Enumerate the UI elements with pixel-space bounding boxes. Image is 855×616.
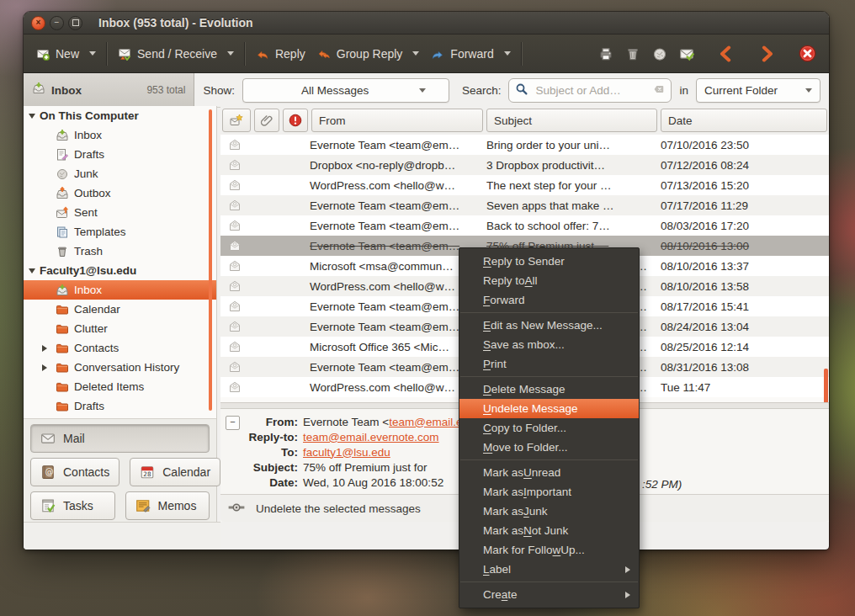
expander-right-icon[interactable] <box>42 364 47 371</box>
menu-item-reply-to-all[interactable]: Reply to All <box>459 271 639 290</box>
chevron-down-icon[interactable] <box>227 51 234 56</box>
forward-button[interactable]: Forward <box>425 42 516 66</box>
message-row[interactable]: WordPress.com <hello@w…The next step for… <box>220 175 829 195</box>
chevron-down-icon[interactable] <box>504 51 511 56</box>
read-icon <box>220 239 249 252</box>
cell-from: Microsoft Office 365 <Mic… <box>300 341 478 353</box>
new-button[interactable]: New <box>30 42 102 66</box>
junk-button[interactable] <box>646 41 673 66</box>
menu-item-delete-message[interactable]: Delete Message <box>459 380 639 399</box>
switcher-tasks-button[interactable]: Tasks <box>30 491 115 520</box>
cell-subject: Seven apps that make … <box>478 199 652 212</box>
attachment-column-header[interactable] <box>254 109 279 132</box>
collapse-headers-button[interactable]: − <box>226 416 240 430</box>
menu-item-mark-for-follow-up[interactable]: Mark for Follow Up... <box>459 540 639 560</box>
mark-read-button[interactable] <box>673 41 700 66</box>
column-label: Date <box>668 114 693 127</box>
menu-item-reply-to-sender[interactable]: Reply to Sender <box>459 252 639 271</box>
submenu-arrow-icon <box>625 592 630 598</box>
window-minimize-button[interactable]: − <box>50 16 64 30</box>
menu-item-create[interactable]: Create <box>459 585 639 604</box>
evolution-window: × − Inbox (953 total) - Evolution NewSen… <box>24 12 829 550</box>
menu-item-edit-as-new-message[interactable]: Edit as New Message... <box>459 316 639 335</box>
message-list-scrollbar[interactable] <box>824 369 828 404</box>
folder-label: Trash <box>74 245 103 258</box>
menu-item-mark-as-junk[interactable]: Mark as Junk <box>459 502 639 521</box>
subject-column-header[interactable]: Subject <box>486 109 657 132</box>
to-address-link[interactable]: faculty1@lsu.edu <box>303 446 390 459</box>
sidebar-item-conversation-history[interactable]: Conversation History <box>24 358 216 377</box>
switcher-mail-button[interactable]: Mail <box>30 424 210 453</box>
folder-pane-scrollbar[interactable] <box>209 109 212 411</box>
menu-item-mark-as-not-junk[interactable]: Mark as Not Junk <box>459 521 639 540</box>
outbox-icon <box>56 187 69 200</box>
reply-to-address-link[interactable]: team@email.evernote.com <box>303 431 439 443</box>
sidebar-item-inbox[interactable]: Inbox <box>24 280 216 300</box>
sidebar-item-outbox[interactable]: Outbox <box>24 183 216 203</box>
chevron-down-icon[interactable] <box>412 51 419 56</box>
message-row[interactable]: Dropbox <no-reply@dropb…3 Dropbox produc… <box>220 155 829 175</box>
status-text: Undelete the selected messages <box>256 502 421 515</box>
switcher-calendar-button[interactable]: 28Calendar <box>130 458 220 486</box>
cell-from: Evernote Team <team@em… <box>300 300 478 313</box>
message-row[interactable]: Evernote Team <team@em…Back to school of… <box>220 215 829 236</box>
expander-down-icon[interactable] <box>29 114 35 119</box>
message-filter-value: All Messages <box>301 84 369 97</box>
switcher-memos-button[interactable]: Memos <box>125 491 210 520</box>
menu-item-undelete-message[interactable]: Undelete Message <box>459 399 639 418</box>
back-button[interactable] <box>712 40 741 67</box>
important-col-icon <box>289 114 302 127</box>
sidebar-item-inbox[interactable]: Inbox <box>24 125 216 145</box>
from-column-header[interactable]: From <box>311 109 483 132</box>
sidebar-item-clutter[interactable]: Clutter <box>24 319 216 338</box>
expander-down-icon[interactable] <box>29 268 35 273</box>
window-maximize-button[interactable] <box>68 16 82 30</box>
search-input[interactable] <box>534 83 648 98</box>
sidebar-item-deleted-items[interactable]: Deleted Items <box>24 377 216 396</box>
switcher-contacts-button[interactable]: @Contacts <box>30 458 119 486</box>
sidebar-item-on-this-computer[interactable]: On This Computer <box>24 106 216 125</box>
date-column-header[interactable]: Date <box>661 109 827 132</box>
menu-item-print[interactable]: Print <box>459 354 639 374</box>
exit-button[interactable] <box>793 40 822 67</box>
menu-item-label[interactable]: Label <box>459 560 639 579</box>
window-close-button[interactable]: × <box>31 16 45 30</box>
menu-item-forward[interactable]: Forward <box>459 290 639 310</box>
chevron-down-icon[interactable] <box>89 51 96 56</box>
send-receive-button[interactable]: Send / Receive <box>112 42 240 66</box>
clear-search-icon[interactable] <box>653 83 665 98</box>
cell-from: Evernote Team <team@em… <box>300 139 478 151</box>
menu-item-mark-as-unread[interactable]: Mark as Unread <box>459 463 639 482</box>
sidebar-item-junk[interactable]: Junk <box>24 164 216 183</box>
group-reply-button[interactable]: Group Reply <box>311 42 426 66</box>
search-scope-dropdown[interactable]: Current Folder <box>696 78 820 103</box>
sidebar-item-calendar[interactable]: Calendar <box>24 300 216 319</box>
column-label: Subject <box>494 114 532 127</box>
sidebar-item-templates[interactable]: Templates <box>24 222 216 242</box>
message-row[interactable]: Evernote Team <team@em…Seven apps that m… <box>220 195 829 215</box>
sidebar-item-drafts[interactable]: Drafts <box>24 396 216 416</box>
forward-nav-button[interactable] <box>752 40 781 67</box>
forward-nav-icon <box>758 45 775 62</box>
important-column-header[interactable] <box>283 109 308 132</box>
message-filter-dropdown[interactable]: All Messages <box>242 78 449 103</box>
sidebar-item-contacts[interactable]: Contacts <box>24 338 216 358</box>
message-row[interactable]: Evernote Team <team@em…Bring order to yo… <box>220 135 829 155</box>
expander-right-icon[interactable] <box>42 345 47 352</box>
menu-item-copy-to-folder[interactable]: Copy to Folder... <box>459 418 639 438</box>
menu-item-save-as-mbox[interactable]: Save as mbox... <box>459 335 639 354</box>
cell-from: Evernote Team <team@em… <box>300 361 478 374</box>
sidebar-item-sent[interactable]: Sent <box>24 203 216 222</box>
sidebar-item-trash[interactable]: Trash <box>24 242 216 261</box>
sidebar-item-drafts[interactable]: Drafts <box>24 145 216 164</box>
print-button[interactable] <box>592 41 619 66</box>
delete-button[interactable] <box>619 41 646 66</box>
junk-icon <box>652 46 667 61</box>
memos-icon <box>135 498 151 513</box>
cell-subject: The next step for your … <box>478 179 652 192</box>
flag-column-header[interactable] <box>222 109 251 132</box>
menu-item-mark-as-important[interactable]: Mark as Important <box>459 482 639 502</box>
sidebar-item-faculty1-lsu-edu[interactable]: Faculty1@lsu.edu <box>24 261 216 280</box>
reply-button[interactable]: Reply <box>250 42 311 66</box>
menu-item-move-to-folder[interactable]: Move to Folder... <box>459 438 639 457</box>
